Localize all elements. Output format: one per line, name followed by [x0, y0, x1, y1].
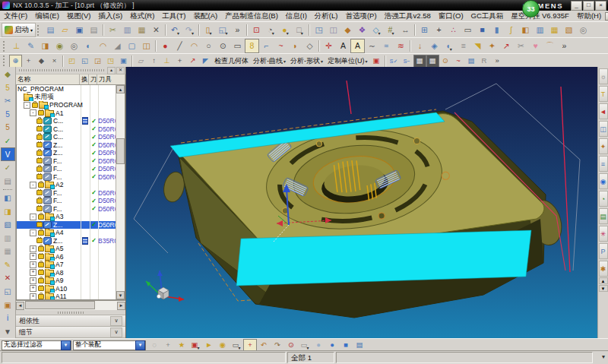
move-object-icon[interactable]: ◳: [312, 23, 326, 37]
draft-analysis-icon[interactable]: ⊙: [439, 55, 452, 68]
menu-item[interactable]: GC工具箱: [467, 11, 508, 21]
toolbar-grip[interactable]: [37, 25, 42, 36]
paste-icon[interactable]: ▦: [135, 23, 149, 37]
object-info-icon[interactable]: i: [1, 312, 15, 325]
expand-toggle[interactable]: +: [30, 245, 36, 252]
fit-view-icon[interactable]: ⊡: [249, 23, 264, 37]
tree-vertical-scrollbar[interactable]: ▲ ▼: [116, 85, 125, 299]
menu-item[interactable]: 浩强工具v2.58: [381, 11, 435, 21]
layout-icon[interactable]: ⊞: [417, 23, 432, 37]
selection-filter-icon[interactable]: +: [161, 339, 175, 352]
mill-boundary-icon[interactable]: ◰: [65, 55, 78, 68]
expand-toggle[interactable]: +: [30, 269, 36, 276]
menu-item[interactable]: 编辑(E): [31, 11, 63, 21]
point-dialog-icon[interactable]: ∴: [446, 23, 461, 37]
create-method-icon[interactable]: ▥: [1, 232, 15, 245]
cursor-icon[interactable]: ►: [202, 339, 216, 352]
assembly-constraints-icon[interactable]: ◫: [326, 23, 340, 37]
menu-item[interactable]: 文件(F): [0, 11, 31, 21]
tree-row[interactable]: Z...✓D50R6: [17, 221, 116, 229]
collapse-toggle[interactable]: -: [30, 229, 36, 236]
roles-icon[interactable]: P: [599, 243, 608, 259]
column-header[interactable]: 换: [80, 74, 89, 84]
move-component-icon[interactable]: ◆: [340, 23, 355, 37]
tree-row[interactable]: F...✓D50R6: [17, 189, 116, 198]
dropdown-arrow-icon[interactable]: ▾: [177, 30, 179, 36]
dropdown-arrow-icon[interactable]: ▾: [287, 30, 289, 36]
plus-icon[interactable]: +: [432, 23, 446, 37]
fit-curve-icon[interactable]: ≈: [379, 39, 394, 53]
touch-mode-icon[interactable]: ▯▾: [201, 23, 216, 37]
tree-row[interactable]: -PROGRAM: [17, 101, 116, 109]
extrude-icon[interactable]: ◨: [38, 39, 52, 53]
spiral-icon[interactable]: ʃ: [504, 23, 518, 37]
circle-center-icon[interactable]: ⊙: [216, 39, 230, 53]
create-operation-icon[interactable]: ▦: [1, 245, 15, 258]
sphere-select-icon[interactable]: ●: [312, 339, 325, 352]
operation-tree[interactable]: ▲ ▼ NC_PROGRAM未用项-PROGRAM-A1C...✓D50R6C.…: [16, 85, 125, 300]
expand-toggle[interactable]: +: [30, 253, 36, 260]
arrange-icon[interactable]: ↔: [398, 23, 413, 37]
column-header[interactable]: 刀具: [97, 74, 125, 84]
hole-icon[interactable]: ◎: [67, 39, 81, 53]
polygon-icon[interactable]: ◇: [302, 39, 317, 53]
menu-item[interactable]: 视图(V): [63, 11, 95, 21]
expand-toggle[interactable]: +: [30, 293, 36, 300]
unite-icon[interactable]: ◐: [81, 39, 96, 53]
dropdown-arrow-icon[interactable]: ▾: [225, 30, 227, 36]
rectangle-tool-icon[interactable]: ▭: [461, 23, 475, 37]
arc-icon[interactable]: ◠: [187, 39, 201, 53]
shell-icon[interactable]: ▢: [125, 39, 139, 53]
tree-row[interactable]: C...✓D50R6: [17, 133, 116, 141]
expand-toggle[interactable]: +: [30, 285, 36, 292]
text-icon[interactable]: A: [336, 39, 350, 53]
snap-angle-icon[interactable]: ◌: [147, 339, 161, 352]
create-geometry-icon[interactable]: ▧: [1, 218, 15, 232]
tree-row[interactable]: F...✓D50R6: [17, 205, 116, 214]
tree-row[interactable]: +A10: [17, 285, 116, 293]
dropdown-arrow-icon[interactable]: ▾: [450, 46, 452, 52]
lasso-icon[interactable]: ▭▾: [298, 339, 312, 352]
resource-bar-scroll-down[interactable]: ▼: [599, 285, 608, 292]
program-order-view-icon[interactable]: 5: [1, 81, 15, 95]
analysis-link[interactable]: 定制单位(U)▾: [325, 56, 370, 66]
tree-row[interactable]: +A6: [17, 253, 116, 261]
center-icon[interactable]: ⊙: [284, 339, 298, 352]
collapse-toggle[interactable]: -: [30, 109, 36, 116]
analysis-link[interactable]: 分析-曲线▾: [251, 56, 288, 66]
plane-tool-icon[interactable]: ▱: [135, 55, 147, 68]
menu-item[interactable]: 窗口(O): [435, 11, 467, 21]
settings-gear-icon[interactable]: ☼: [599, 68, 608, 84]
viewport-canvas[interactable]: [126, 67, 597, 338]
vericut-icon[interactable]: V: [1, 147, 15, 161]
column-header[interactable]: 刀: [89, 74, 97, 84]
chevron-down-icon[interactable]: ∨: [110, 316, 122, 326]
panel-close-button[interactable]: ✕: [116, 67, 125, 74]
tree-row[interactable]: 未用项: [17, 93, 116, 102]
snap-point-icon[interactable]: ⊕: [9, 55, 22, 68]
shaded-view-icon[interactable]: ●▾: [278, 23, 293, 37]
menu-item[interactable]: 插入(S): [94, 11, 126, 21]
window-list-icon[interactable]: ▾: [602, 353, 605, 360]
revolve-icon[interactable]: ◉: [52, 39, 67, 53]
boxed-text-icon[interactable]: A: [350, 39, 365, 53]
toolbar-grip[interactable]: [3, 55, 8, 66]
cylinder-icon[interactable]: ▮: [489, 23, 504, 37]
background-icon[interactable]: □▾: [293, 23, 307, 37]
planar-mill-icon[interactable]: ▥: [533, 23, 547, 37]
tree-row[interactable]: -A4: [17, 229, 116, 237]
hd3d-tools-icon[interactable]: ≡: [599, 156, 608, 172]
intersection-snap-icon[interactable]: ×: [48, 55, 61, 68]
add-selection-icon[interactable]: +: [243, 339, 257, 352]
mcs-icon[interactable]: ▣: [117, 55, 130, 68]
restore-button[interactable]: □: [583, 1, 594, 11]
tree-row[interactable]: C...✓D50R6: [17, 117, 116, 125]
menu-item[interactable]: 格式(R): [126, 11, 158, 21]
n-sided-icon[interactable]: ✦: [485, 39, 499, 53]
create-program-icon[interactable]: ◧: [1, 191, 15, 205]
deselect-icon[interactable]: ↶: [257, 339, 271, 352]
curve-deviation-icon[interactable]: ≋: [394, 39, 408, 53]
trim-sheet-icon[interactable]: ✂: [514, 39, 528, 53]
mill-volume-icon[interactable]: ◳: [104, 55, 117, 68]
dropdown-arrow-icon[interactable]: ▾: [209, 30, 211, 36]
